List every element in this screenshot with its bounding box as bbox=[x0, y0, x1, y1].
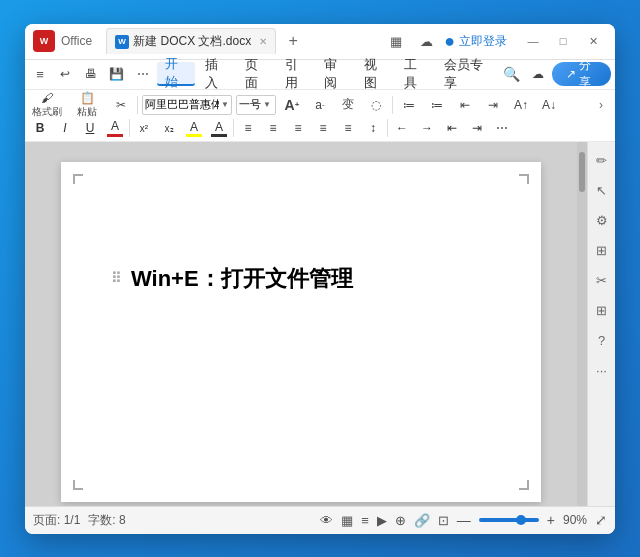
font-color-indicator bbox=[107, 134, 123, 137]
indent-increase-button[interactable]: ⇥ bbox=[481, 94, 505, 116]
sort-asc-button[interactable]: A↑ bbox=[509, 94, 533, 116]
underline-button[interactable]: U bbox=[79, 118, 101, 138]
outdent-button[interactable]: ⇤ bbox=[441, 118, 463, 138]
font-grow-button[interactable]: A+ bbox=[280, 94, 304, 116]
line-spacing-button[interactable]: ↕ bbox=[362, 118, 384, 138]
zoom-plus-button[interactable]: + bbox=[547, 512, 555, 528]
toolbar-row2-more[interactable]: ⋯ bbox=[491, 118, 513, 138]
view-icon[interactable]: 👁 bbox=[320, 513, 333, 528]
paste-button[interactable]: 📋 粘贴 bbox=[69, 94, 105, 116]
document-page[interactable]: ⠿ Win+E：打开文件管理 bbox=[61, 162, 541, 502]
menu-item-start[interactable]: 开始 bbox=[157, 62, 195, 86]
zoom-minus-icon: — bbox=[457, 512, 471, 528]
text-shading-button[interactable]: A bbox=[208, 118, 230, 138]
right-tool-more[interactable]: ··· bbox=[591, 360, 613, 382]
toolbar-row1: 🖌 格式刷 📋 粘贴 ✂ 阿里巴巴普惠体 ▼ 一号 ▼ A+ a- 变 ◌ ≔ bbox=[29, 92, 611, 118]
align-center-button[interactable]: ≡ bbox=[262, 118, 284, 138]
doc-content[interactable]: ⠿ Win+E：打开文件管理 bbox=[111, 262, 491, 295]
superscript-button[interactable]: x² bbox=[133, 118, 155, 138]
style-button[interactable]: 变 bbox=[336, 94, 360, 116]
document-text[interactable]: Win+E：打开文件管理 bbox=[131, 262, 353, 295]
login-text: 立即登录 bbox=[459, 33, 507, 50]
slideshow-icon: ▶ bbox=[377, 513, 387, 528]
new-tab-button[interactable]: + bbox=[282, 30, 304, 52]
login-button[interactable]: ● 立即登录 bbox=[444, 31, 507, 52]
list-view-icon[interactable]: ≡ bbox=[361, 513, 369, 528]
vertical-scrollbar[interactable] bbox=[577, 142, 587, 506]
menu-item-tools[interactable]: 工具 bbox=[396, 62, 434, 86]
menu-item-page[interactable]: 页面 bbox=[237, 62, 275, 86]
globe-icon[interactable]: ⊕ bbox=[395, 513, 406, 528]
close-button[interactable]: ✕ bbox=[579, 30, 607, 52]
font-color-button[interactable]: A bbox=[104, 118, 126, 138]
page-info-text: 页面: 1/1 bbox=[33, 512, 80, 529]
maximize-button[interactable]: □ bbox=[549, 30, 577, 52]
right-tool-cursor[interactable]: ↖ bbox=[591, 180, 613, 202]
font-size-select[interactable]: 一号 ▼ bbox=[236, 95, 276, 115]
grid-view-icon[interactable]: ▦ bbox=[341, 513, 353, 528]
document-tab[interactable]: W 新建 DOCX 文档.docx ✕ bbox=[106, 28, 276, 54]
subscript-button[interactable]: x₂ bbox=[158, 118, 180, 138]
toolbar-divider-1 bbox=[137, 96, 138, 114]
highlight-button[interactable]: A bbox=[183, 118, 205, 138]
indent-decrease-button[interactable]: ⇤ bbox=[453, 94, 477, 116]
link-icon[interactable]: 🔗 bbox=[414, 513, 430, 528]
wps-logo: W bbox=[33, 30, 55, 52]
undo-icon[interactable]: ↩ bbox=[53, 63, 77, 85]
zoom-minus-button[interactable]: — bbox=[457, 512, 471, 528]
highlight-indicator bbox=[186, 134, 202, 137]
cloud-sync-icon[interactable]: ☁ bbox=[526, 63, 550, 85]
statusbar: 页面: 1/1 字数: 8 👁 ▦ ≡ ▶ ⊕ 🔗 ⊡ — bbox=[25, 506, 615, 534]
doc-scroll-area[interactable]: ⠿ Win+E：打开文件管理 bbox=[25, 142, 577, 506]
titlebar-cloud-icon[interactable]: ☁ bbox=[414, 29, 438, 53]
text-shading-indicator bbox=[211, 134, 227, 137]
search-icon[interactable]: 🔍 bbox=[500, 63, 524, 85]
clear-format-button[interactable]: ◌ bbox=[364, 94, 388, 116]
save-icon[interactable]: 💾 bbox=[105, 63, 129, 85]
zoom-slider[interactable] bbox=[479, 518, 539, 522]
right-tool-scissors[interactable]: ✂ bbox=[591, 270, 613, 292]
corner-br bbox=[519, 480, 529, 490]
italic-button[interactable]: I bbox=[54, 118, 76, 138]
fullscreen-button[interactable]: ⤢ bbox=[595, 512, 607, 528]
menu-item-references[interactable]: 引用 bbox=[277, 62, 315, 86]
right-tool-settings2[interactable]: ⊞ bbox=[591, 240, 613, 262]
numbered-list-button[interactable]: ≔ bbox=[425, 94, 449, 116]
indent2-button[interactable]: ⇥ bbox=[466, 118, 488, 138]
right-tool-settings1[interactable]: ⚙ bbox=[591, 210, 613, 232]
right-tool-grid[interactable]: ⊞ bbox=[591, 300, 613, 322]
font-shrink-button[interactable]: a- bbox=[308, 94, 332, 116]
right-tool-help[interactable]: ? bbox=[591, 330, 613, 352]
align-left-button[interactable]: ≡ bbox=[237, 118, 259, 138]
toolbar-divider-4 bbox=[233, 119, 234, 137]
cut-button[interactable]: ✂ bbox=[109, 94, 133, 116]
shield-icon[interactable]: ⊡ bbox=[438, 513, 449, 528]
bold-button[interactable]: B bbox=[29, 118, 51, 138]
play-icon[interactable]: ▶ bbox=[377, 513, 387, 528]
sort-desc-button[interactable]: A↓ bbox=[537, 94, 561, 116]
minimize-button[interactable]: — bbox=[519, 30, 547, 52]
share-button[interactable]: ↗ 分享 bbox=[552, 62, 611, 86]
bullet-list-button[interactable]: ≔ bbox=[397, 94, 421, 116]
zoom-slider-thumb[interactable] bbox=[516, 515, 526, 525]
font-name-select[interactable]: 阿里巴巴普惠体 ▼ bbox=[142, 95, 232, 115]
distributed-button[interactable]: ≡ bbox=[337, 118, 359, 138]
titlebar-grid-icon[interactable]: ▦ bbox=[384, 29, 408, 53]
word-count: 字数: 8 bbox=[88, 512, 125, 529]
right-tool-pen[interactable]: ✏ bbox=[591, 150, 613, 172]
menu-item-insert[interactable]: 插入 bbox=[197, 62, 235, 86]
scrollbar-thumb[interactable] bbox=[579, 152, 585, 192]
indent-right-button[interactable]: → bbox=[416, 118, 438, 138]
print-icon[interactable]: 🖶 bbox=[79, 63, 103, 85]
menu-item-review[interactable]: 审阅 bbox=[316, 62, 354, 86]
align-right-button[interactable]: ≡ bbox=[287, 118, 309, 138]
tab-close-icon[interactable]: ✕ bbox=[259, 36, 267, 47]
menu-item-view[interactable]: 视图 bbox=[356, 62, 394, 86]
menu-item-vip[interactable]: 会员专享 bbox=[436, 62, 496, 86]
hamburger-menu-icon[interactable]: ≡ bbox=[29, 62, 51, 86]
menu-more-icon[interactable]: ⋯ bbox=[131, 63, 155, 85]
indent-left-button[interactable]: ← bbox=[391, 118, 413, 138]
toolbar-expand-button[interactable]: › bbox=[591, 95, 611, 115]
format-brush-button[interactable]: 🖌 格式刷 bbox=[29, 94, 65, 116]
justify-button[interactable]: ≡ bbox=[312, 118, 334, 138]
